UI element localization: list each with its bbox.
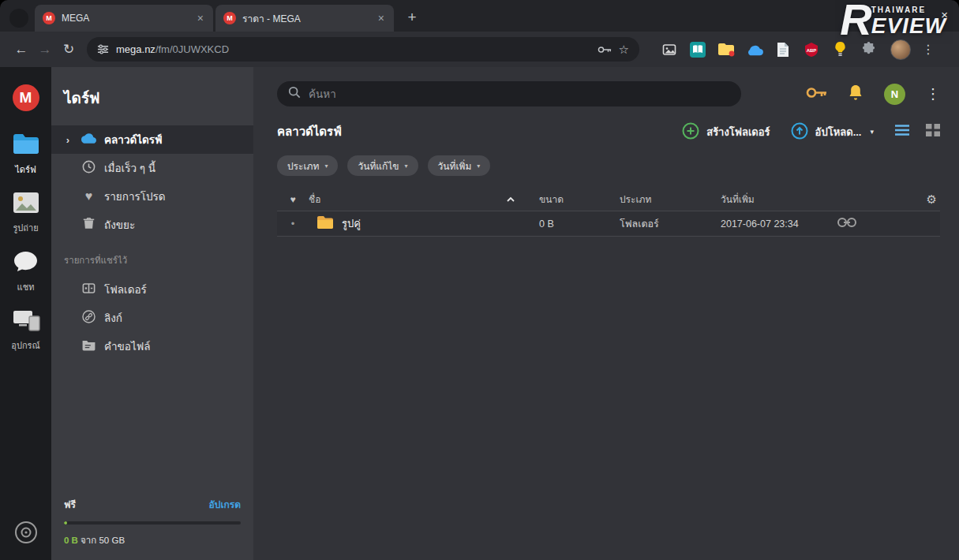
folder-icon (317, 215, 334, 232)
rail-item-drive[interactable]: ไดร์ฟ (0, 133, 51, 177)
drive-folder-icon (12, 133, 40, 159)
sidebar-item-label: คลาวด์ไดรฟ์ (104, 131, 163, 148)
browser-tab-folder[interactable]: M ราดา - MEGA × (215, 5, 394, 32)
rail-item-devices[interactable]: อุปกรณ์ (0, 309, 51, 353)
sidebar-item-recents[interactable]: เมื่อเร็ว ๆ นี้ (51, 154, 253, 182)
search-bar[interactable] (277, 81, 741, 106)
target-circle-icon (14, 521, 38, 547)
address-bar[interactable]: mega.nz/fm/0JUWXKCD ☆ (87, 37, 639, 62)
size-column-header[interactable]: ขนาด (539, 192, 620, 207)
main-menu-icon[interactable]: ⋮ (926, 85, 940, 103)
sort-ascending-icon (506, 196, 515, 203)
rail-item-photos[interactable]: รูปถ่าย (0, 192, 51, 235)
chevron-right-icon[interactable]: › (62, 134, 73, 146)
tab-close-icon[interactable]: × (376, 12, 386, 24)
breadcrumb[interactable]: คลาวด์ไดรฟ์ (277, 122, 342, 141)
column-settings-gear-icon[interactable]: ⚙ (927, 192, 937, 207)
sidebar-item-label: คำขอไฟล์ (104, 338, 151, 355)
search-input[interactable] (309, 88, 730, 100)
rail-item-label: แชท (17, 280, 35, 294)
upload-circle-icon (791, 122, 808, 142)
sidebar-item-label: เมื่อเร็ว ๆ นี้ (104, 159, 155, 177)
window-close-button[interactable]: × (941, 8, 948, 21)
sidebar-item-cloud-drive[interactable]: › คลาวด์ไดรฟ์ (51, 125, 253, 154)
chevron-down-icon: ▾ (405, 162, 408, 170)
adblock-extension-icon[interactable]: ABP (802, 40, 821, 59)
favourite-dot[interactable]: • (277, 218, 309, 230)
dictionary-extension-icon[interactable] (688, 40, 707, 59)
chevron-down-icon: ▾ (324, 162, 328, 170)
sidebar-item-rubbish-bin[interactable]: ถังขยะ (51, 211, 253, 239)
clock-icon (81, 159, 96, 177)
plan-label: ฟรี (64, 497, 76, 512)
filter-chip-date-modified[interactable]: วันที่แก้ไข ▾ (347, 155, 418, 176)
filter-chip-date-added[interactable]: วันที่เพิ่ม ▾ (428, 155, 491, 176)
chip-label: วันที่แก้ไข (358, 159, 399, 174)
main-panel: N ⋮ คลาวด์ไดรฟ์ สร้างโฟลเดอร์ (253, 67, 959, 560)
sidebar-item-links[interactable]: ลิงก์ (51, 304, 253, 332)
storage-usage-text: 0 B จาก 50 GB (64, 533, 241, 547)
mega-favicon: M (43, 12, 55, 24)
file-request-folder-icon (81, 338, 96, 355)
table-row[interactable]: • รูปคู่ 0 B โฟลเดอร์ 2017-06-07 23:34 (277, 211, 940, 237)
browser-profile-avatar[interactable] (890, 39, 911, 60)
date-added-column-header[interactable]: วันที่เพิ่ม (721, 192, 833, 207)
rail-item-label: รูปถ่าย (13, 221, 38, 235)
browser-tab-mega[interactable]: M MEGA × (35, 5, 213, 32)
forward-button[interactable]: → (33, 38, 57, 62)
puzzle-extension-icon[interactable] (859, 40, 878, 59)
favourite-column-icon[interactable]: ♥ (277, 194, 309, 205)
name-column-header[interactable]: ชื่อ (309, 192, 539, 207)
sidebar-item-shared-folders[interactable]: โฟลเดอร์ (51, 275, 253, 304)
bookmark-star-icon[interactable]: ☆ (619, 43, 629, 57)
avatar-initial: N (891, 88, 898, 100)
adblock-label: ABP (807, 48, 817, 53)
reload-button[interactable]: ↻ (57, 38, 81, 62)
notifications-bell-icon[interactable] (848, 84, 863, 105)
filter-chip-type[interactable]: ประเภท ▾ (277, 155, 338, 176)
tab-search-button[interactable] (9, 9, 28, 28)
folder-extension-icon[interactable] (717, 40, 736, 59)
recovery-key-icon[interactable] (806, 87, 827, 102)
image-extension-icon[interactable] (660, 40, 679, 59)
left-rail: M ไดร์ฟ รูปถ่าย แชท (0, 67, 51, 560)
chip-label: วันที่เพิ่ม (438, 159, 472, 174)
cloud-icon (81, 131, 96, 148)
chip-label: ประเภท (287, 159, 319, 174)
browser-menu-icon[interactable]: ⋮ (922, 42, 935, 57)
mega-logo[interactable]: M (13, 84, 39, 111)
type-column-header[interactable]: ประเภท (620, 192, 721, 207)
public-link-icon[interactable] (837, 218, 856, 230)
file-name: รูปคู่ (342, 215, 361, 232)
mega-logo-letter: M (20, 89, 32, 106)
password-key-icon[interactable] (598, 46, 612, 54)
account-avatar[interactable]: N (884, 84, 905, 105)
sidebar-title: ไดร์ฟ (51, 81, 253, 125)
cloud-extension-icon[interactable] (745, 40, 764, 59)
chat-bubble-icon (13, 250, 39, 276)
file-type: โฟลเดอร์ (620, 216, 721, 232)
grid-view-icon[interactable] (926, 124, 940, 140)
sidebar-item-file-requests[interactable]: คำขอไฟล์ (51, 332, 253, 360)
url-path: /fm/0JUWXKCD (155, 43, 229, 55)
chevron-down-icon[interactable]: ▾ (870, 128, 874, 136)
sidebar: ไดร์ฟ › คลาวด์ไดรฟ์ เมื่อเร็ว ๆ นี้ ♥ รา… (51, 67, 253, 560)
link-icon (81, 309, 96, 327)
idea-extension-icon[interactable] (830, 40, 849, 59)
mega-favicon: M (223, 12, 236, 24)
rail-bottom-button[interactable] (0, 521, 51, 547)
new-tab-button[interactable]: + (401, 6, 423, 28)
tab-title: ราดา - MEGA (242, 11, 370, 26)
notes-extension-icon[interactable] (774, 40, 792, 59)
shares-icon (81, 281, 96, 298)
tab-close-icon[interactable]: × (196, 12, 205, 24)
rail-item-chat[interactable]: แชท (0, 250, 51, 294)
site-settings-icon[interactable] (97, 43, 109, 55)
back-button[interactable]: ← (9, 38, 33, 62)
url-host: mega.nz (116, 43, 155, 55)
upgrade-link[interactable]: อัปเกรด (209, 497, 241, 512)
upload-button[interactable]: อัปโหลด... ▾ (791, 122, 874, 142)
create-folder-button[interactable]: สร้างโฟลเดอร์ (682, 122, 770, 142)
list-view-icon[interactable] (894, 124, 910, 140)
sidebar-item-favourites[interactable]: ♥ รายการโปรด (51, 182, 253, 211)
